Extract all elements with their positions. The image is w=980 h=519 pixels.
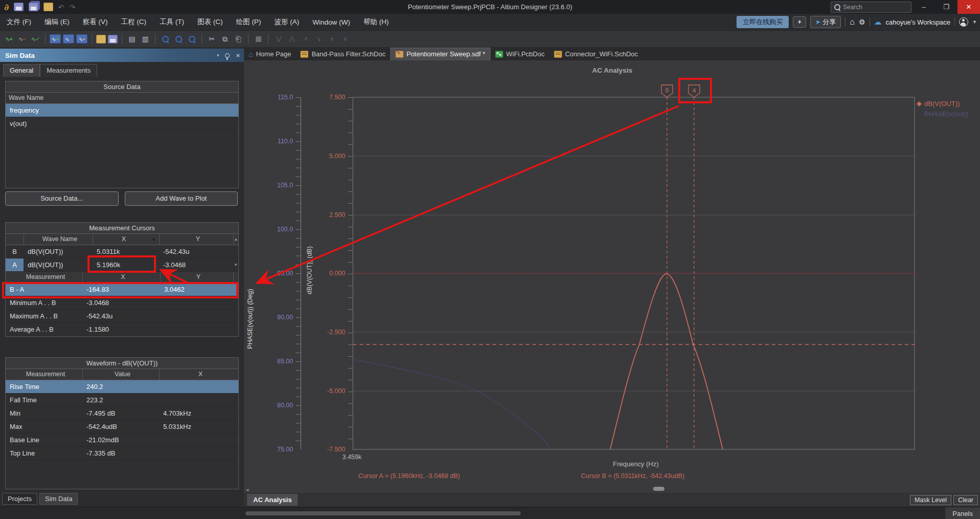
waveform-row-fall-time[interactable]: Fall Time223.2 <box>6 394 238 407</box>
share-button[interactable]: ➤ 分享 <box>810 16 841 28</box>
tab-band-pass-filter[interactable]: Band-Pass Filter.SchDoc <box>296 48 390 60</box>
undo-icon[interactable]: ↶ <box>58 3 64 11</box>
menu-chart[interactable]: 图表 (C) <box>191 17 230 27</box>
user-account-icon[interactable] <box>959 17 968 27</box>
menu-project[interactable]: 工程 (C) <box>115 17 153 27</box>
measure-rise-icon[interactable]: ↗ <box>299 34 310 44</box>
cursors-col-y[interactable]: Y <box>159 234 233 245</box>
print-icon[interactable]: ▤ <box>126 34 138 44</box>
zoom-area-icon[interactable] <box>186 34 197 44</box>
waveform-row-min[interactable]: Min-7.495 dB4.703kHz <box>6 407 238 420</box>
chart-scrollbar-thumb[interactable] <box>653 487 664 491</box>
view-tab-ac-analysis[interactable]: AC Analysis <box>247 494 298 506</box>
legend-phase[interactable]: PHASE(v(out)) <box>924 110 968 118</box>
measure-col-y[interactable]: Y <box>160 272 233 283</box>
source-data-button[interactable]: Source Data... <box>5 191 119 206</box>
menu-wave[interactable]: 波形 (A) <box>268 17 306 27</box>
panel-close-icon[interactable]: × <box>236 52 240 59</box>
menu-edit[interactable]: 编辑 (E) <box>38 17 76 27</box>
svg-text:b: b <box>665 86 669 94</box>
scroll-up-icon[interactable]: ▲ <box>233 234 238 245</box>
tab-home-page[interactable]: ⌂ Home Page <box>244 48 296 60</box>
remove-wave-icon[interactable]: ∿− <box>16 34 28 44</box>
tab-connector-wifi[interactable]: Connector_WiFi.SchDoc <box>549 48 642 60</box>
tab-measurements[interactable]: Measurements <box>40 64 97 77</box>
cursor-b-icon[interactable]: ⩔ <box>339 34 350 44</box>
measure-min-icon[interactable]: ⋁ <box>273 34 284 44</box>
cursor-a-icon[interactable]: ⩔ <box>326 34 337 44</box>
open-doc-icon[interactable] <box>96 35 106 44</box>
waveform-row-rise-time[interactable]: Rise Time240.2 <box>6 380 238 394</box>
tab-wifi-pcbdoc[interactable]: WiFi.PcbDoc <box>491 48 549 60</box>
chart-scroll-left-icon[interactable]: ◂ <box>246 487 249 492</box>
restore-button[interactable]: ❐ <box>936 0 956 14</box>
panel-menu-icon[interactable]: ▾ <box>217 53 219 58</box>
home-icon[interactable]: ⌂ <box>850 17 855 27</box>
tab-potentiometer-sweep[interactable]: Potentiometer Sweep.sdf * <box>390 48 491 60</box>
wave-name-col-header[interactable]: Wave Name <box>6 93 238 103</box>
buy-online-button[interactable]: 立即在线购买 <box>737 16 789 28</box>
copy-icon[interactable]: ⧉ <box>219 34 231 44</box>
feedback-icon[interactable]: + <box>793 16 806 28</box>
search-input[interactable]: Search <box>831 2 911 13</box>
menu-plot[interactable]: 绘图 (P) <box>230 17 268 27</box>
measure-max-icon[interactable]: ⋀ <box>286 34 297 44</box>
mask-level-button[interactable]: Mask Level <box>910 495 951 505</box>
measure-fall-icon[interactable]: ↘ <box>313 34 324 44</box>
wave-row-vout[interactable]: v(out) <box>6 117 238 131</box>
menu-view[interactable]: 察看 (V) <box>76 17 115 27</box>
save-icon[interactable] <box>14 3 24 11</box>
cursors-col-wave[interactable]: Wave Name <box>24 234 93 245</box>
panels-button[interactable]: Panels <box>945 507 980 519</box>
bottom-tab-projects[interactable]: Projects <box>2 493 37 505</box>
add-wave-to-plot-button[interactable]: Add Wave to Plot <box>125 191 238 206</box>
save-doc-icon[interactable] <box>108 35 118 44</box>
paste-icon[interactable]: ⎗ <box>233 34 244 44</box>
workspace-label[interactable]: cahoyue's Workspace <box>886 18 951 26</box>
accept-wave-icon[interactable]: ∿✓ <box>30 34 41 44</box>
pin-icon[interactable] <box>225 53 230 58</box>
menu-tools[interactable]: 工具 (T) <box>153 17 191 27</box>
waveform-row-top-line[interactable]: Top Line-7.335 dB <box>6 447 238 460</box>
menu-help[interactable]: 帮助 (H) <box>357 17 396 27</box>
minimize-button[interactable]: – <box>914 0 934 14</box>
measure-col-x[interactable]: X <box>82 272 160 283</box>
settings-gear-icon[interactable]: ⚙ <box>859 18 865 26</box>
waveform-col-x[interactable]: X <box>159 369 238 380</box>
legend-db[interactable]: dB(V(OUT)) <box>924 100 960 107</box>
add-wave-icon[interactable]: ∿+ <box>3 34 14 44</box>
close-button[interactable]: ✕ <box>957 0 980 14</box>
cursors-col-x[interactable]: X▲ <box>93 234 159 245</box>
menu-file[interactable]: 文件 (F) <box>0 17 38 27</box>
clear-button[interactable]: Clear <box>953 495 978 505</box>
measure-row-maximum[interactable]: Maximum A . . B -542.43u <box>6 310 238 323</box>
menu-window[interactable]: Window (W) <box>306 18 357 26</box>
cursor-flag-b[interactable]: b <box>661 85 673 97</box>
measure-row-average[interactable]: Average A . . B -1.1580 <box>6 323 238 336</box>
tab-general[interactable]: General <box>3 64 40 77</box>
remove-plot-icon[interactable]: ∿_ <box>63 34 74 44</box>
stop-icon[interactable] <box>253 34 264 44</box>
waveform-row-max[interactable]: Max-542.4udB5.031kHz <box>6 420 238 434</box>
waveform-col-measurement[interactable]: Measurement <box>6 369 82 380</box>
db-axis-label: dB(V(OUT)) (dB) <box>306 246 313 294</box>
waveform-row-base-line[interactable]: Base Line-21.02mdB <box>6 434 238 447</box>
bottom-tab-sim-data[interactable]: Sim Data <box>39 493 78 505</box>
open-icon[interactable] <box>43 3 53 11</box>
print-preview-icon[interactable]: ▥ <box>140 34 151 44</box>
zoom-out-icon[interactable]: − <box>173 34 184 44</box>
user-dropdown-icon[interactable]: ▼ <box>972 19 977 25</box>
save-all-icon[interactable] <box>29 3 38 11</box>
cut-icon[interactable]: ✂ <box>206 34 217 44</box>
wave-row-frequency[interactable]: frequency <box>6 104 238 117</box>
scroll-down-icon[interactable]: ▼ <box>233 258 238 271</box>
waveform-col-value[interactable]: Value <box>82 369 159 380</box>
zoom-in-icon[interactable]: + <box>160 34 171 44</box>
ac-analysis-chart[interactable]: AC Analysis 115.0 110.0 <box>244 60 980 493</box>
plot-options-icon[interactable]: ∿▪ <box>76 34 87 44</box>
measure-col-measurement[interactable]: Measurement <box>6 272 82 283</box>
new-plot-icon[interactable]: ∿+ <box>50 34 61 44</box>
horizontal-scrollbar-thumb[interactable] <box>246 511 521 515</box>
search-placeholder: Search <box>843 4 862 11</box>
redo-icon[interactable]: ↷ <box>70 3 76 11</box>
